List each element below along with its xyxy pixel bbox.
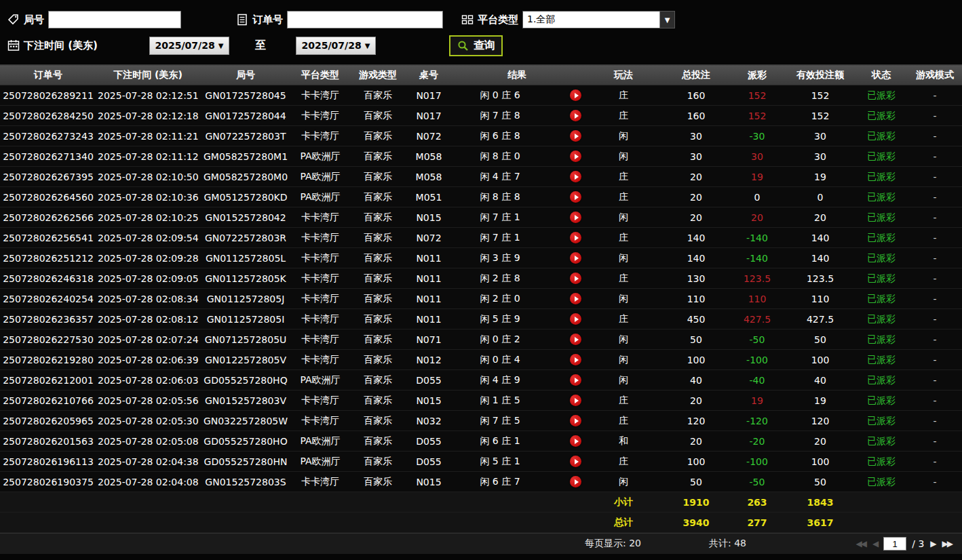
- play-icon[interactable]: [570, 476, 581, 487]
- last-page-icon[interactable]: ▶▶: [942, 539, 953, 548]
- result-text: 闲 2 庄 0: [452, 293, 548, 305]
- cell-play: 闲: [583, 472, 663, 492]
- play-icon[interactable]: [570, 110, 581, 121]
- cell-play: 庄: [583, 106, 663, 126]
- play-icon[interactable]: [570, 252, 581, 264]
- cell-order-id: 250728026190375: [0, 472, 96, 492]
- col-header-payout: 派彩: [729, 65, 786, 85]
- platform-selected-value: 1.全部: [523, 14, 659, 26]
- cell-platform: PA欧洲厅: [292, 431, 349, 452]
- result-text: 闲 6 庄 8: [452, 130, 548, 142]
- cell-total-bet: 130: [663, 268, 729, 289]
- cell-result: 闲 0 庄 6: [450, 85, 583, 106]
- cell-mode: -: [908, 268, 962, 289]
- play-icon[interactable]: [570, 89, 581, 101]
- play-triangle: [575, 398, 579, 403]
- cell-table-no: M058: [407, 167, 450, 187]
- cell-result: 闲 0 庄 2: [450, 329, 583, 350]
- cell-mode: -: [908, 370, 962, 391]
- cell-bet-time: 2025-07-28 02:07:24: [96, 329, 199, 350]
- cell-payout: 19: [729, 391, 786, 411]
- play-icon[interactable]: [570, 273, 581, 284]
- cell-game-id: GM051257280KD: [199, 187, 292, 207]
- cell-game-id: GN0322572805W: [199, 411, 292, 431]
- cell-game-id: GN0152572803S: [199, 472, 292, 492]
- cell-play: 庄: [583, 411, 663, 431]
- cell-game-id: GN0112572805K: [199, 268, 292, 289]
- cell-mode: -: [908, 411, 962, 431]
- date-to-button[interactable]: 2025/07/28 ▼: [296, 37, 376, 55]
- play-icon[interactable]: [570, 456, 581, 467]
- cell-mode: -: [908, 329, 962, 350]
- chevron-down-icon: ▼: [218, 42, 224, 49]
- play-icon[interactable]: [570, 354, 581, 365]
- play-triangle: [575, 134, 579, 139]
- cell-result: 闲 4 庄 7: [450, 167, 583, 187]
- play-icon[interactable]: [570, 395, 581, 406]
- cell-table-no: N071: [407, 329, 450, 350]
- play-icon[interactable]: [570, 334, 581, 345]
- play-icon[interactable]: [570, 191, 581, 203]
- col-header-table-no: 桌号: [407, 65, 450, 85]
- cell-bet-time: 2025-07-28 02:08:12: [96, 309, 199, 329]
- cell-result: 闲 7 庄 1: [450, 207, 583, 228]
- date-from-button[interactable]: 2025/07/28 ▼: [149, 37, 229, 55]
- play-icon[interactable]: [570, 415, 581, 426]
- order-id-input[interactable]: [287, 11, 443, 28]
- cell-mode: -: [908, 248, 962, 268]
- first-page-icon[interactable]: ◀◀: [855, 539, 866, 548]
- total-count-label: 共计: 48: [709, 538, 746, 550]
- cell-payout: 152: [729, 85, 786, 106]
- result-text: 闲 7 庄 1: [452, 212, 548, 224]
- cell-valid-bet: 140: [786, 248, 855, 268]
- result-text: 闲 4 庄 9: [452, 374, 548, 386]
- grand-total-row: 总计 3940 277 3617: [0, 513, 962, 533]
- game-id-input[interactable]: [48, 11, 181, 28]
- cell-game-id: GN0152572803V: [199, 391, 292, 411]
- cell-platform: 卡卡湾厅: [292, 207, 349, 228]
- platform-type-select[interactable]: 1.全部 ▼: [522, 11, 675, 28]
- cell-payout: -100: [729, 452, 786, 472]
- cell-platform: 卡卡湾厅: [292, 268, 349, 289]
- cell-payout: 0: [729, 187, 786, 207]
- cell-play: 庄: [583, 452, 663, 472]
- play-icon[interactable]: [570, 374, 581, 386]
- query-button[interactable]: 查询: [449, 35, 503, 56]
- cell-table-no: D055: [407, 452, 450, 472]
- col-header-total-bet: 总投注: [663, 65, 729, 85]
- cell-mode: -: [908, 106, 962, 126]
- result-text: 闲 7 庄 1: [452, 232, 548, 244]
- cell-table-no: N072: [407, 126, 450, 146]
- cell-result: 闲 6 庄 1: [450, 431, 583, 452]
- play-icon[interactable]: [570, 313, 581, 325]
- play-icon[interactable]: [570, 130, 581, 142]
- cell-game-id: GN0712572805U: [199, 329, 292, 350]
- cell-mode: -: [908, 126, 962, 146]
- play-icon[interactable]: [570, 293, 581, 304]
- table-row: 250728026284250 2025-07-28 02:12:18 GN01…: [0, 106, 962, 126]
- result-text: 闲 6 庄 7: [452, 476, 548, 488]
- cell-total-bet: 20: [663, 431, 729, 452]
- play-icon[interactable]: [570, 151, 581, 162]
- play-icon[interactable]: [570, 171, 581, 182]
- play-icon[interactable]: [570, 232, 581, 243]
- table-row: 250728026262566 2025-07-28 02:10:25 GN01…: [0, 207, 962, 228]
- page-total-label: / 3: [912, 538, 924, 549]
- col-header-play: 玩法: [583, 65, 663, 85]
- cell-game-id: GN0112572805L: [199, 248, 292, 268]
- next-page-icon[interactable]: ▶: [929, 539, 936, 548]
- cell-total-bet: 140: [663, 248, 729, 268]
- play-icon[interactable]: [570, 435, 581, 447]
- cell-total-bet: 450: [663, 309, 729, 329]
- cell-game-id: GN0112572805J: [199, 289, 292, 309]
- table-body: 250728026289211 2025-07-28 02:12:51 GN01…: [0, 85, 962, 533]
- prev-page-icon[interactable]: ◀: [872, 539, 878, 548]
- play-triangle: [575, 439, 579, 444]
- cell-payout: 30: [729, 146, 786, 167]
- play-icon[interactable]: [570, 212, 581, 223]
- page-number-input[interactable]: [883, 537, 906, 551]
- table-row: 250728026219280 2025-07-28 02:06:39 GN01…: [0, 350, 962, 370]
- cell-game-type: 百家乐: [349, 248, 407, 268]
- bet-time-label: 下注时间 (美东): [24, 39, 98, 52]
- cell-result: 闲 0 庄 4: [450, 350, 583, 370]
